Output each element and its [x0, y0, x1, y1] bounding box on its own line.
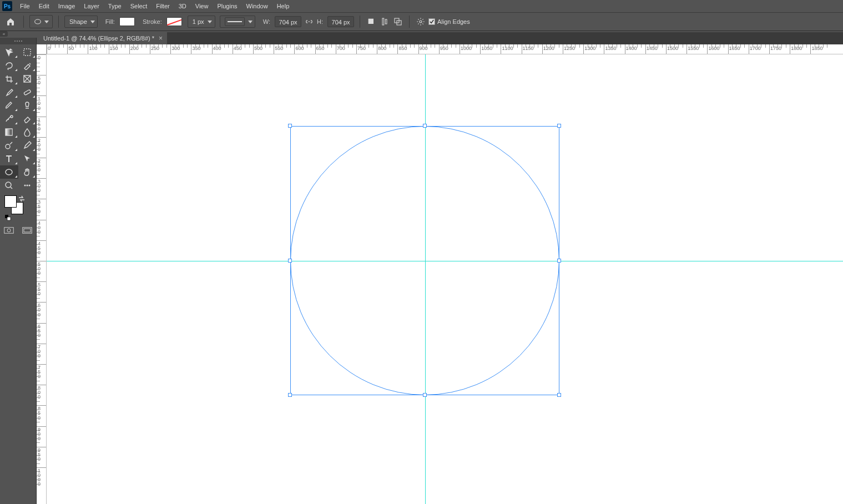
marquee-tool[interactable]: [18, 46, 37, 59]
screen-mode-icon[interactable]: [22, 226, 32, 234]
menu-plugins[interactable]: Plugins: [213, 1, 241, 12]
svg-point-12: [6, 144, 10, 149]
menu-image[interactable]: Image: [54, 1, 80, 12]
transform-handle[interactable]: [288, 124, 292, 128]
stroke-width-dropdown[interactable]: 1 px: [188, 16, 215, 28]
eyedropper-tool[interactable]: [0, 85, 18, 99]
divider: [23, 16, 24, 28]
transform-handle[interactable]: [557, 393, 561, 397]
shape-tool[interactable]: [0, 165, 18, 179]
shape-width-input[interactable]: 704 px: [275, 16, 301, 27]
stroke-style-dropdown[interactable]: [220, 16, 255, 28]
hand-tool[interactable]: [18, 165, 37, 179]
menu-edit[interactable]: Edit: [34, 1, 54, 12]
fill-swatch[interactable]: [119, 17, 135, 26]
stroke-label: Stroke:: [143, 18, 162, 25]
canvas-host: 0501001502002503003504004505005506006507…: [37, 44, 843, 504]
tool-mode-dropdown[interactable]: Shape: [64, 16, 98, 28]
menu-view[interactable]: View: [191, 1, 213, 12]
fill-label: Fill:: [105, 18, 115, 25]
type-tool[interactable]: [0, 152, 18, 165]
brush-tool[interactable]: [0, 99, 18, 112]
menu-window[interactable]: Window: [242, 1, 272, 12]
checkbox-icon: [428, 18, 435, 25]
path-select-tool[interactable]: [18, 152, 37, 165]
menu-3d[interactable]: 3D: [174, 1, 191, 12]
home-button[interactable]: [3, 14, 18, 29]
stamp-tool[interactable]: [18, 99, 37, 112]
svg-point-0: [35, 19, 41, 24]
menu-filter[interactable]: Filter: [152, 1, 174, 12]
chevron-down-icon: [90, 21, 95, 23]
tool-preset-picker[interactable]: [29, 15, 53, 28]
foreground-color-chip[interactable]: [4, 195, 17, 208]
frame-tool[interactable]: [18, 72, 37, 85]
tools-panel: [0, 38, 37, 504]
selection-bounding-box[interactable]: [290, 126, 559, 395]
dodge-tool[interactable]: [0, 139, 18, 152]
transform-handle[interactable]: [423, 124, 427, 128]
toolbar-grip[interactable]: [0, 38, 36, 44]
swap-colors-icon[interactable]: [18, 195, 25, 202]
align-edges-label: Align Edges: [437, 18, 470, 25]
link-wh-icon[interactable]: [304, 16, 315, 27]
history-brush-tool[interactable]: [0, 112, 18, 125]
stroke-width-value: 1 px: [193, 18, 204, 25]
move-tool[interactable]: [0, 46, 18, 59]
crop-tool[interactable]: [0, 72, 18, 85]
document-tab-strip: Untitled-1 @ 74.4% (Ellipse 2, RGB/8#) *…: [37, 32, 843, 44]
svg-rect-1: [369, 19, 373, 24]
svg-rect-2: [382, 18, 384, 25]
menu-layer[interactable]: Layer: [79, 1, 104, 12]
svg-point-16: [26, 185, 28, 187]
edit-toolbar[interactable]: [18, 179, 37, 192]
document-tab-title: Untitled-1 @ 74.4% (Ellipse 2, RGB/8#) *: [43, 35, 154, 42]
quick-mask-icon[interactable]: [4, 226, 14, 234]
menu-help[interactable]: Help: [272, 1, 294, 12]
close-icon[interactable]: ×: [159, 34, 163, 42]
zoom-tool[interactable]: [0, 179, 18, 192]
svg-point-13: [6, 169, 12, 175]
align-edges-checkbox[interactable]: Align Edges: [428, 18, 470, 25]
color-chips: [4, 195, 32, 223]
menu-type[interactable]: Type: [104, 1, 126, 12]
menu-select[interactable]: Select: [126, 1, 152, 12]
horizontal-ruler[interactable]: 0501001502002503003504004505005506006507…: [47, 44, 843, 54]
quick-select-tool[interactable]: [18, 59, 37, 72]
app-logo: Ps: [2, 1, 12, 11]
transform-handle[interactable]: [288, 259, 292, 263]
panel-collapse-handle[interactable]: «: [0, 31, 8, 37]
canvas[interactable]: [47, 54, 843, 504]
svg-point-14: [6, 182, 11, 188]
shape-height-input[interactable]: 704 px: [327, 16, 354, 27]
document-tab[interactable]: Untitled-1 @ 74.4% (Ellipse 2, RGB/8#) *…: [37, 32, 167, 44]
blur-tool[interactable]: [18, 125, 37, 139]
divider: [58, 16, 59, 28]
svg-point-10: [11, 115, 13, 118]
svg-point-6: [420, 21, 422, 23]
healing-tool[interactable]: [18, 85, 37, 99]
path-arrangement-button[interactable]: [392, 16, 403, 27]
vertical-ruler[interactable]: 05 01 0 01 5 02 0 02 5 03 0 03 5 04 0 04…: [37, 54, 47, 504]
chevron-down-icon: [208, 21, 212, 23]
options-bar: Shape Fill: Stroke: 1 px W: 704 px H: 70…: [0, 12, 843, 31]
stroke-swatch[interactable]: [166, 17, 182, 26]
gradient-tool[interactable]: [0, 125, 18, 139]
svg-rect-19: [7, 217, 11, 220]
menu-file[interactable]: File: [16, 1, 34, 12]
transform-handle[interactable]: [288, 393, 292, 397]
path-operations-button[interactable]: [366, 16, 377, 27]
pen-tool[interactable]: [18, 139, 37, 152]
ruler-origin[interactable]: [37, 44, 47, 54]
transform-handle[interactable]: [557, 124, 561, 128]
transform-handle[interactable]: [423, 393, 427, 397]
stroke-style-preview: [225, 17, 245, 26]
shape-options-button[interactable]: [415, 16, 426, 27]
divider: [360, 16, 360, 28]
transform-handle[interactable]: [557, 259, 561, 263]
eraser-tool[interactable]: [18, 112, 37, 125]
lasso-tool[interactable]: [0, 59, 18, 72]
tool-mode-value: Shape: [69, 18, 87, 25]
path-alignment-button[interactable]: [379, 16, 390, 27]
default-colors-icon[interactable]: [4, 214, 11, 221]
